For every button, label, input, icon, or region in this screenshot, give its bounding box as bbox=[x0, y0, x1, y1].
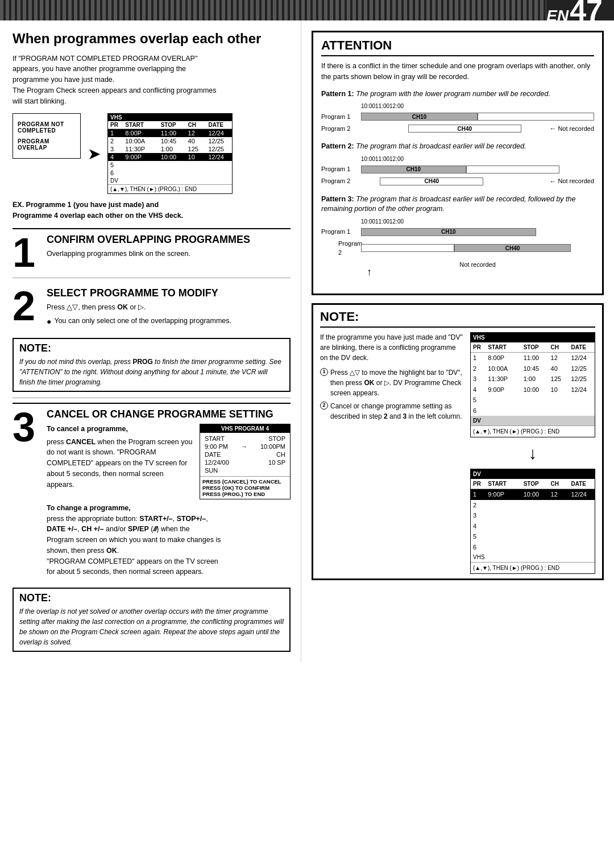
start-val: 9:00 PM bbox=[205, 443, 228, 450]
intro-line1: If "PROGRAM NOT COMPLETED PROGRAM OVERLA… bbox=[13, 55, 197, 63]
vhs-row-date-ch-vals: 12/24/00 10 SP bbox=[205, 459, 285, 466]
main-container: When programmes overlap each other If "P… bbox=[0, 20, 614, 662]
pattern1-not-recorded: ← Not recorded bbox=[549, 123, 594, 134]
dv-table-header-row: PR START STOP CH DATE bbox=[471, 479, 595, 489]
pattern1-prog1-row: Program 1 CH10 bbox=[321, 111, 594, 122]
table-row: 3 11:30P 1:00 125 12/25 bbox=[471, 374, 595, 385]
step3-cancel-text: press CANCEL when the Program screen you… bbox=[47, 437, 193, 490]
dv-table-row3: 3 bbox=[471, 510, 595, 521]
pattern3: Pattern 3: The program that is broadcast… bbox=[321, 195, 594, 280]
ch-label: CH bbox=[276, 451, 285, 458]
pattern2-times: 10:00 11:00 12:00 bbox=[321, 155, 594, 163]
pattern1-label: Pattern 1: The program with the lower pr… bbox=[321, 89, 594, 100]
ex-line1: EX. Programme 1 (you have just made) and bbox=[13, 201, 159, 209]
cell-stop: 11:00 bbox=[159, 129, 186, 138]
attention-body: If there is a conflict in the timer sche… bbox=[321, 61, 594, 280]
dv-table-header: DV bbox=[471, 469, 595, 479]
pattern1: Pattern 1: The program with the lower pr… bbox=[321, 89, 594, 134]
pattern3-prog2-row: Program 2 CH40 bbox=[321, 239, 594, 258]
dv-row: DV bbox=[471, 416, 595, 425]
col-ch: CH bbox=[186, 121, 206, 129]
cell-ch: 12 bbox=[186, 129, 206, 138]
pattern1-prog2-bar: CH40 bbox=[408, 125, 521, 133]
dv-table-row1: 1 9:00P 10:00 12 12/24 bbox=[471, 489, 595, 500]
table-row: 5 bbox=[471, 395, 595, 406]
table-row: 5 bbox=[108, 161, 232, 169]
table-row: 6 bbox=[471, 406, 595, 416]
cell-stop: 10:45 bbox=[159, 137, 186, 145]
start-label: START bbox=[205, 435, 225, 442]
dv-table-row5: 5 bbox=[471, 531, 595, 542]
step3-text: To cancel a programme, press CANCEL when… bbox=[47, 424, 193, 490]
attention-intro: If there is a conflict in the timer sche… bbox=[321, 61, 594, 82]
dv-table-row2: 2 bbox=[471, 500, 595, 511]
note-step2: 2 Cancel or change programme setting as … bbox=[320, 401, 464, 421]
note2-box: NOTE: If the overlap is not yet solved o… bbox=[13, 588, 291, 652]
intro-line5: will start blinking. bbox=[13, 97, 66, 105]
dv-table-hint: (▲,▼), THEN (►) (PROG.) : END bbox=[471, 562, 595, 573]
step3-cancel-label: To cancel a programme, bbox=[47, 424, 193, 435]
step2-title: SELECT PROGRAMME TO MODIFY bbox=[47, 287, 291, 300]
ch-val: 10 SP bbox=[268, 459, 285, 466]
note-step2-text: Cancel or change programme setting as de… bbox=[330, 401, 464, 421]
vhs-table-box: VHS PR START STOP CH DATE 1 bbox=[107, 113, 233, 194]
change-label: To change a programme, bbox=[47, 504, 131, 512]
action1: PRESS (CANCEL) TO CANCEL bbox=[202, 478, 288, 485]
sun-val: SUN bbox=[205, 467, 218, 474]
cell-date: 12/24 bbox=[206, 129, 232, 138]
cell-pr: 5 bbox=[108, 161, 123, 169]
vhs-row-sun: SUN bbox=[205, 467, 285, 474]
note-right-vhs-col: VHS PR START STOP CH DATE bbox=[470, 332, 595, 574]
vhs-table2-header-row: PR START STOP CH DATE bbox=[471, 342, 595, 353]
pattern2-prog1-row: Program 1 CH10 bbox=[321, 164, 594, 175]
step-num-2: 2 bbox=[320, 402, 328, 410]
pnc-line1: PROGRAM NOT COMPLETED bbox=[18, 121, 76, 134]
vhs-program-actions: PRESS (CANCEL) TO CANCEL PRESS (OK) TO C… bbox=[200, 476, 290, 499]
cell-date: 12/25 bbox=[206, 137, 232, 145]
table-row: 1 8:00P 11:00 12 12/24 bbox=[108, 129, 232, 138]
cell-pr: 2 bbox=[108, 137, 123, 145]
arrow-to: → bbox=[241, 443, 247, 450]
cell-pr: 6 bbox=[108, 169, 123, 177]
step2-number: 2 bbox=[13, 283, 44, 326]
intro-line4: The Program Check screen appears and con… bbox=[13, 86, 217, 94]
pattern2-prog1-bar-area: CH10 bbox=[361, 164, 594, 175]
cell-start: 11:30P bbox=[123, 145, 158, 153]
col-start: START bbox=[123, 121, 158, 129]
pattern2-prog2-ch40: CH40 bbox=[380, 177, 483, 185]
dv-row: DV bbox=[108, 177, 232, 184]
dv-vhs-row: VHS bbox=[471, 552, 595, 562]
pattern1-times: 10:00 11:00 12:00 bbox=[321, 102, 594, 110]
pattern3-prog2-ch40: CH40 bbox=[454, 244, 571, 252]
pattern1-prog1-bar2 bbox=[478, 113, 594, 121]
arrow-right-icon: ➤ bbox=[88, 144, 101, 163]
note-step1-text: Press △▽ to move the highlight bar to "D… bbox=[330, 367, 464, 398]
dv-table-row6: 6 bbox=[471, 542, 595, 553]
intro-line2: appears, you have another programme over… bbox=[13, 65, 186, 73]
ex-line2: Programme 4 overlap each other on the VH… bbox=[13, 212, 183, 220]
intro-paragraph: If "PROGRAM NOT COMPLETED PROGRAM OVERLA… bbox=[13, 53, 291, 107]
vhs-table-header: VHS bbox=[108, 114, 232, 121]
vhs-table2-table: PR START STOP CH DATE 1 8:00 bbox=[471, 342, 595, 425]
pattern3-prog1-row: Program 1 CH10 bbox=[321, 227, 594, 237]
program-check-area: PROGRAM NOT COMPLETED PROGRAM OVERLAP ➤ … bbox=[13, 113, 291, 194]
cell-ch: 125 bbox=[186, 145, 206, 153]
note2-body: If the overlap is not yet solved or anot… bbox=[19, 606, 284, 647]
table-row: 2 10:00A 10:45 40 12/25 bbox=[471, 363, 595, 374]
arrow-down-icon: ↓ bbox=[470, 440, 595, 466]
cell-date: 12/24 bbox=[206, 153, 232, 161]
table-row: 2 10:00A 10:45 40 12/25 bbox=[108, 137, 232, 145]
note-right-box: NOTE: If the programme you have just mad… bbox=[312, 303, 604, 580]
cell-start: 9:00P bbox=[123, 153, 158, 161]
note-right-text-col: If the programme you have just made and … bbox=[320, 332, 464, 574]
dv-table: DV PR START STOP CH DATE bbox=[470, 469, 595, 574]
pattern2-not-recorded: ← Not recorded bbox=[549, 176, 594, 187]
note1-title: NOTE: bbox=[19, 342, 284, 354]
page-title: When programmes overlap each other bbox=[13, 31, 291, 47]
cell-start: 10:00A bbox=[123, 137, 158, 145]
top-bar: EN 47 bbox=[0, 0, 614, 20]
step3-content: CANCEL OR CHANGE PROGRAMME SETTING To ca… bbox=[44, 404, 291, 582]
step2-content: SELECT PROGRAMME TO MODIFY Press △▽, the… bbox=[44, 283, 291, 332]
note-right-title: NOTE: bbox=[320, 309, 595, 328]
cell-pr: 1 bbox=[108, 129, 123, 138]
